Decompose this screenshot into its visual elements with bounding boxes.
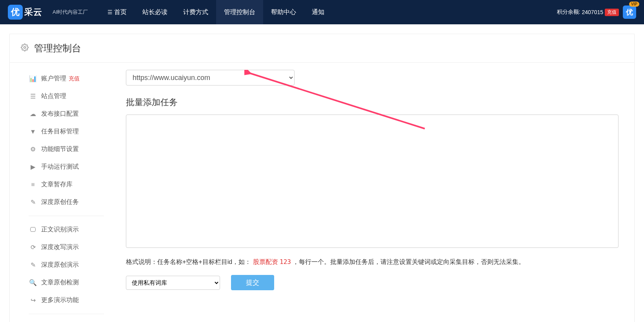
recharge-button[interactable]: 充值 — [605, 9, 619, 16]
top-navbar: 优 采云 AI时代内容工厂 ☰首页 站长必读 计费方式 管理控制台 帮助中心 通… — [0, 0, 644, 24]
help-suffix: ，每行一个。批量添加任务后，请注意设置关键词或定向采集目标，否则无法采集。 — [293, 258, 525, 265]
console-panel: 管理控制台 📊账户管理充值 ☰站点管理 ☁发布接口配置 ▼任务目标管理 ⚙功能细… — [9, 34, 635, 322]
svg-point-0 — [24, 46, 26, 48]
bulk-task-textarea[interactable] — [126, 115, 619, 248]
filter-icon: ▼ — [29, 128, 37, 135]
logo[interactable]: 优 采云 — [8, 5, 42, 20]
avatar: 优 — [623, 5, 636, 19]
slogan: AI时代内容工厂 — [53, 9, 88, 16]
sidebar-item-deeptask[interactable]: ✎深度原创任务 — [29, 193, 104, 211]
search-icon: 🔍 — [29, 279, 37, 286]
recharge-badge: 充值 — [69, 75, 80, 82]
sidebar-item-rewritedemo[interactable]: ⟳深度改写演示 — [29, 238, 104, 256]
panel-title: 管理控制台 — [34, 42, 81, 55]
gear-icon — [21, 44, 29, 53]
nav-guide[interactable]: 站长必读 — [135, 0, 175, 24]
avatar-wrap[interactable]: 优 VIP — [623, 5, 636, 19]
format-help: 格式说明：任务名称+空格+目标栏目id，如： 股票配资 123 ，每行一个。批量… — [126, 258, 619, 266]
sidebar-item-label: 深度原创演示 — [41, 261, 79, 269]
nav-console[interactable]: 管理控制台 — [216, 0, 263, 24]
vip-badge: VIP — [629, 2, 639, 7]
sidebar-item-account[interactable]: 📊账户管理充值 — [29, 70, 104, 87]
help-example-stock: 股票配资 — [253, 258, 278, 265]
nav-help[interactable]: 帮助中心 — [263, 0, 304, 24]
nav-home[interactable]: ☰首页 — [100, 0, 135, 24]
refresh-icon: ⟳ — [29, 244, 37, 251]
sidebar-item-targets[interactable]: ▼任务目标管理 — [29, 123, 104, 140]
edit-icon: ✎ — [29, 261, 37, 269]
cloud-icon: ☁ — [29, 110, 37, 118]
sidebar-divider — [29, 216, 104, 216]
sidebar-item-more[interactable]: ↪更多演示功能 — [29, 291, 104, 309]
action-row: 使用私有词库 提交 — [126, 275, 619, 290]
panel-header: 管理控制台 — [10, 34, 634, 63]
help-prefix: 格式说明：任务名称+空格+目标栏目id，如： — [126, 258, 251, 265]
database-icon: ≡ — [29, 181, 37, 188]
sidebar-item-label: 手动运行测试 — [41, 163, 79, 171]
nav-label: 计费方式 — [183, 8, 208, 16]
logo-badge: 优 — [8, 5, 23, 20]
sidebar-item-label: 文章暂存库 — [41, 180, 73, 189]
sidebar-item-label: 功能细节设置 — [41, 145, 79, 153]
points-value: 2407015 — [582, 9, 603, 15]
nav-label: 帮助中心 — [271, 8, 296, 16]
play-icon: ▶ — [29, 163, 37, 171]
sidebar-item-sites[interactable]: ☰站点管理 — [29, 87, 104, 105]
nav-label: 首页 — [114, 8, 127, 16]
submit-button[interactable]: 提交 — [231, 275, 274, 290]
sidebar-item-label: 正文识别演示 — [41, 226, 79, 234]
topbar-right: 积分余额: 2407015 充值 优 VIP — [557, 5, 636, 19]
nav-label: 站长必读 — [142, 8, 167, 16]
help-example-id: 123 — [280, 258, 291, 266]
content-area: https://www.ucaiyun.com 批量添加任务 格式说明：任务名称… — [118, 63, 634, 322]
nav-pricing[interactable]: 计费方式 — [175, 0, 216, 24]
nav-label: 通知 — [312, 8, 324, 16]
sidebar-item-label: 深度原创任务 — [41, 198, 79, 206]
chart-bar-icon: 📊 — [29, 75, 37, 82]
gears-icon: ⚙ — [29, 146, 37, 153]
main-nav: ☰首页 站长必读 计费方式 管理控制台 帮助中心 通知 — [100, 0, 332, 24]
sidebar-item-label: 任务目标管理 — [41, 127, 79, 136]
monitor-icon: 🖵 — [29, 226, 37, 233]
sidebar-item-label: 发布接口配置 — [41, 110, 79, 118]
sidebar-item-detect[interactable]: 🔍文章原创检测 — [29, 274, 104, 291]
wordlib-select[interactable]: 使用私有词库 — [126, 276, 220, 290]
points-label: 积分余额: — [557, 9, 580, 16]
logo-text: 采云 — [24, 6, 42, 18]
sidebar-item-publish[interactable]: ☁发布接口配置 — [29, 105, 104, 123]
sidebar-item-originaldemo[interactable]: ✎深度原创演示 — [29, 256, 104, 274]
list-icon: ☰ — [107, 9, 113, 15]
sidebar-item-textdemo[interactable]: 🖵正文识别演示 — [29, 221, 104, 238]
sidebar: 📊账户管理充值 ☰站点管理 ☁发布接口配置 ▼任务目标管理 ⚙功能细节设置 ▶手… — [10, 63, 118, 322]
sidebar-item-label: 账户管理 — [41, 75, 66, 83]
share-icon: ↪ — [29, 297, 37, 304]
sidebar-item-label: 更多演示功能 — [41, 296, 79, 304]
sidebar-item-runtest[interactable]: ▶手动运行测试 — [29, 158, 104, 176]
sidebar-item-settings[interactable]: ⚙功能细节设置 — [29, 140, 104, 158]
site-select[interactable]: https://www.ucaiyun.com — [126, 70, 295, 86]
sidebar-divider — [29, 314, 104, 314]
edit-icon: ✎ — [29, 198, 37, 206]
rows-icon: ☰ — [29, 93, 37, 100]
nav-label: 管理控制台 — [224, 8, 255, 16]
sidebar-item-storage[interactable]: ≡文章暂存库 — [29, 176, 104, 193]
sidebar-item-label: 站点管理 — [41, 92, 66, 100]
nav-notify[interactable]: 通知 — [304, 0, 332, 24]
sidebar-item-label: 深度改写演示 — [41, 243, 79, 251]
section-title: 批量添加任务 — [126, 96, 619, 108]
sidebar-item-label: 文章原创检测 — [41, 278, 79, 287]
